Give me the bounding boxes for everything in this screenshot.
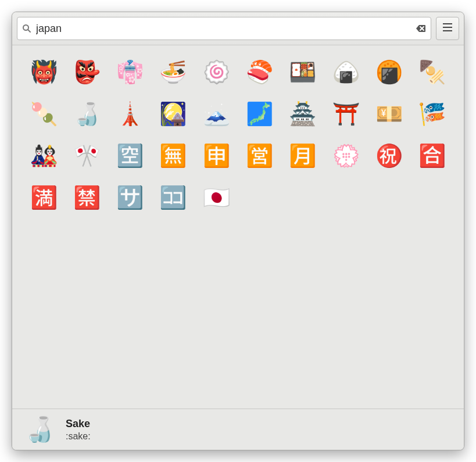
emoji-ja-here[interactable]: 🈁 xyxy=(157,181,189,214)
emoji-bento[interactable]: 🍱 xyxy=(287,56,319,88)
emoji-sushi[interactable]: 🍣 xyxy=(244,56,276,88)
selected-emoji-meta: Sake :sake: xyxy=(66,418,91,442)
emoji-ja-no-vacancy[interactable]: 🈵 xyxy=(27,181,60,214)
emoji-fish-cake[interactable]: 🍥 xyxy=(200,56,232,88)
search-input[interactable] xyxy=(35,22,416,35)
svg-rect-5 xyxy=(443,27,452,28)
emoji-ja-service-charge[interactable]: 🈂️ xyxy=(114,181,146,214)
emoji-ja-congratulations[interactable]: ㊗️ xyxy=(373,139,406,172)
svg-rect-6 xyxy=(443,30,452,31)
emoji-carp-streamer[interactable]: 🎏 xyxy=(416,98,449,130)
clear-search-icon[interactable] xyxy=(416,23,426,34)
emoji-picker-window: 👹👺👘🍜🍥🍣🍱🍙🍘🍢🍡🍶🗼🎑🗻🗾🏯⛩️💴🎏🎎🎌🈳🈚🈸🈺🈷️💮㊗️🈴🈵🈲🈂️🈁🇯🇵… xyxy=(12,12,464,450)
emoji-yen-banknote[interactable]: 💴 xyxy=(373,98,406,130)
emoji-shinto-shrine[interactable]: ⛩️ xyxy=(330,98,362,130)
selected-emoji-shortcode: :sake: xyxy=(66,431,91,442)
emoji-ja-prohibited[interactable]: 🈲 xyxy=(70,181,103,214)
emoji-flag-japan[interactable]: 🇯🇵 xyxy=(200,181,232,214)
menu-button[interactable] xyxy=(436,17,459,40)
emoji-ramen[interactable]: 🍜 xyxy=(157,56,189,88)
emoji-japan-map[interactable]: 🗾 xyxy=(244,98,276,130)
emoji-moon-viewing[interactable]: 🎑 xyxy=(157,98,189,130)
svg-line-1 xyxy=(28,30,30,32)
emoji-dango[interactable]: 🍡 xyxy=(27,98,60,130)
emoji-ja-vacancy[interactable]: 🈳 xyxy=(114,139,146,172)
hamburger-icon xyxy=(443,23,452,34)
emoji-sake[interactable]: 🍶 xyxy=(70,98,103,130)
emoji-ja-free-of-charge[interactable]: 🈚 xyxy=(157,139,189,172)
emoji-ja-monthly[interactable]: 🈷️ xyxy=(287,139,319,172)
emoji-mount-fuji[interactable]: 🗻 xyxy=(200,98,232,130)
emoji-ja-open-for-business[interactable]: 🈺 xyxy=(244,139,276,172)
emoji-ja-application[interactable]: 🈸 xyxy=(200,139,232,172)
search-field[interactable] xyxy=(17,17,431,40)
emoji-rice-ball[interactable]: 🍙 xyxy=(330,56,362,88)
emoji-japanese-dolls[interactable]: 🎎 xyxy=(27,139,60,172)
emoji-kimono[interactable]: 👘 xyxy=(114,56,146,88)
emoji-japanese-ogre[interactable]: 👹 xyxy=(27,56,60,88)
svg-rect-4 xyxy=(443,23,452,24)
selected-emoji-footer: 🍶 Sake :sake: xyxy=(12,409,464,450)
emoji-crossed-flags[interactable]: 🎌 xyxy=(70,139,103,172)
emoji-oden[interactable]: 🍢 xyxy=(416,56,449,88)
selected-emoji-name: Sake xyxy=(66,418,91,430)
header-bar xyxy=(12,12,464,45)
search-icon xyxy=(22,24,31,33)
emoji-white-flower[interactable]: 💮 xyxy=(330,139,362,172)
emoji-rice-cracker[interactable]: 🍘 xyxy=(373,56,406,88)
emoji-grid: 👹👺👘🍜🍥🍣🍱🍙🍘🍢🍡🍶🗼🎑🗻🗾🏯⛩️💴🎏🎎🎌🈳🈚🈸🈺🈷️💮㊗️🈴🈵🈲🈂️🈁🇯🇵 xyxy=(27,56,449,214)
emoji-grid-area: 👹👺👘🍜🍥🍣🍱🍙🍘🍢🍡🍶🗼🎑🗻🗾🏯⛩️💴🎏🎎🎌🈳🈚🈸🈺🈷️💮㊗️🈴🈵🈲🈂️🈁🇯🇵 xyxy=(12,45,464,409)
emoji-tokyo-tower[interactable]: 🗼 xyxy=(114,98,146,130)
selected-emoji-preview: 🍶 xyxy=(24,417,55,442)
emoji-japanese-castle[interactable]: 🏯 xyxy=(287,98,319,130)
emoji-japanese-goblin[interactable]: 👺 xyxy=(70,56,103,88)
emoji-ja-passing-grade[interactable]: 🈴 xyxy=(416,139,449,172)
